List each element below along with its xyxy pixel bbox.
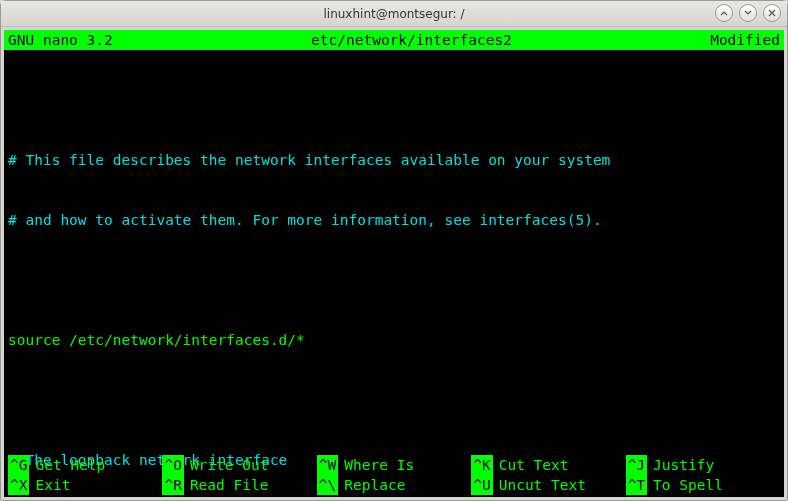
editor-content[interactable]: # This file describes the network interf… <box>4 50 784 497</box>
shortcut-tospell[interactable]: ^TTo Spell <box>626 475 780 495</box>
nano-filename: etc/network/interfaces2 <box>113 30 710 50</box>
nano-shortcut-bar: ^GGet Help ^OWrite Out ^WWhere Is ^KCut … <box>4 455 784 497</box>
shortcut-readfile[interactable]: ^RRead File <box>162 475 316 495</box>
shortcut-uncut[interactable]: ^UUncut Text <box>471 475 625 495</box>
window-titlebar: linuxhint@montsegur: / <box>1 1 787 27</box>
maximize-button[interactable] <box>739 4 757 22</box>
shortcut-replace[interactable]: ^\Replace <box>317 475 471 495</box>
config-line: source /etc/network/interfaces.d/* <box>8 330 780 350</box>
window-title: linuxhint@montsegur: / <box>323 7 464 21</box>
nano-header: GNU nano 3.2 etc/network/interfaces2 Mod… <box>4 30 784 50</box>
nano-version: GNU nano 3.2 <box>8 30 113 50</box>
shortcut-writeout[interactable]: ^OWrite Out <box>162 455 316 475</box>
shortcut-whereis[interactable]: ^WWhere Is <box>317 455 471 475</box>
terminal-window: linuxhint@montsegur: / GNU nano 3.2 etc/… <box>0 0 788 501</box>
terminal-viewport[interactable]: GNU nano 3.2 etc/network/interfaces2 Mod… <box>4 30 784 497</box>
comment-line: # and how to activate them. For more inf… <box>8 210 780 230</box>
shortcut-exit[interactable]: ^XExit <box>8 475 162 495</box>
window-controls <box>715 4 781 22</box>
comment-line: # This file describes the network interf… <box>8 150 780 170</box>
shortcut-help[interactable]: ^GGet Help <box>8 455 162 475</box>
minimize-button[interactable] <box>715 4 733 22</box>
shortcut-cut[interactable]: ^KCut Text <box>471 455 625 475</box>
close-button[interactable] <box>763 4 781 22</box>
nano-status: Modified <box>710 30 780 50</box>
shortcut-justify[interactable]: ^JJustify <box>626 455 780 475</box>
